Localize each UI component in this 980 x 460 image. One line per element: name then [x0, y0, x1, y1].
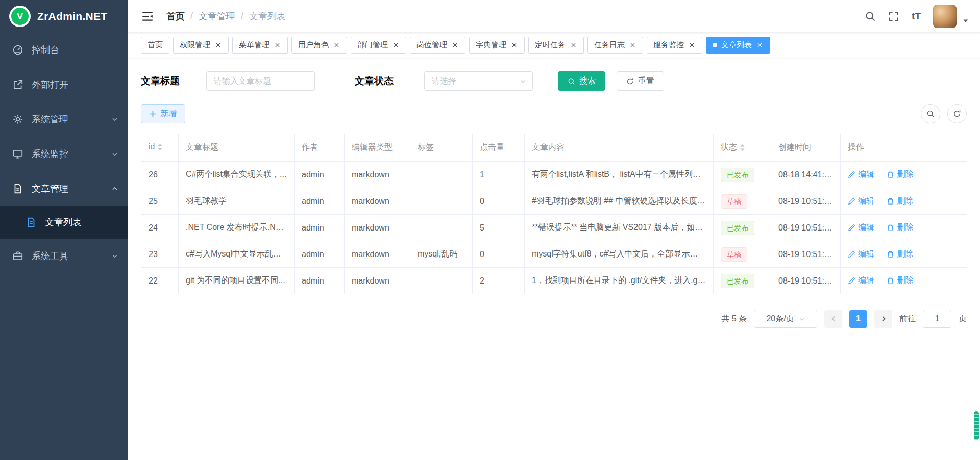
tab-task-log[interactable]: 任务日志	[587, 37, 643, 54]
cell-content: **错误提示** 当电脑更新 VS2017 版本后，如果...	[525, 215, 714, 241]
close-icon[interactable]	[214, 41, 222, 49]
cell-author: admin	[295, 268, 345, 294]
tab-user-role[interactable]: 用户角色	[291, 37, 347, 54]
search-button[interactable]: 搜索	[558, 71, 605, 91]
article-table: id 文章标题 作者 编辑器类型 标签 点击量 文章内容 状态 创建时间 操作	[141, 134, 967, 294]
page-content: 文章标题 文章状态 请选择 搜索 重置 新增	[128, 58, 980, 460]
close-icon[interactable]	[333, 41, 340, 49]
cell-content: 有两个list,listA 和listB， listA中有三个属性列为St...	[525, 162, 714, 188]
cell-tags	[410, 215, 473, 241]
dashboard-icon	[12, 44, 23, 56]
cell-created: 08-19 10:51:22	[771, 268, 841, 294]
breadcrumb-article-management[interactable]: 文章管理	[199, 10, 235, 22]
tab-article-list[interactable]: 文章列表	[706, 37, 770, 54]
sidebar-item-dashboard[interactable]: 控制台	[0, 33, 128, 67]
tab-department[interactable]: 部门管理	[351, 37, 406, 54]
chevron-down-icon	[111, 116, 118, 123]
cell-content: #羽毛球拍参数说明 ## 中管软硬选择以及长度介...	[525, 188, 714, 215]
cell-status: 已发布	[714, 215, 771, 241]
tab-menu-management[interactable]: 菜单管理	[232, 37, 288, 54]
table-row: 25 羽毛球教学 admin markdown 0 #羽毛球拍参数说明 ## 中…	[141, 188, 967, 215]
search-form: 文章标题 文章状态 请选择 搜索 重置	[141, 71, 967, 91]
close-icon[interactable]	[570, 41, 577, 49]
active-dot	[713, 43, 717, 47]
sidebar-item-system-monitor[interactable]: 系统监控	[0, 137, 128, 171]
col-title: 文章标题	[179, 134, 295, 162]
delete-button[interactable]: 删除	[887, 275, 913, 286]
edit-button[interactable]: 编辑	[848, 169, 874, 180]
edit-button[interactable]: 编辑	[848, 275, 874, 286]
close-icon[interactable]	[510, 41, 518, 49]
col-id[interactable]: id	[141, 134, 179, 162]
goto-page-input[interactable]	[923, 310, 951, 328]
tab-permission[interactable]: 权限管理	[173, 37, 229, 54]
fullscreen-icon[interactable]	[888, 11, 899, 22]
page-1-button[interactable]: 1	[849, 310, 867, 328]
col-tags: 标签	[410, 134, 473, 162]
chevron-down-icon[interactable]	[963, 18, 969, 24]
article-status-select[interactable]: 请选择	[424, 71, 533, 91]
table-row: 23 c#写入Mysql中文显示乱码 ... admin markdown my…	[141, 241, 967, 268]
close-icon[interactable]	[451, 41, 459, 49]
tab-post[interactable]: 岗位管理	[410, 37, 465, 54]
col-author: 作者	[295, 134, 345, 162]
scrollbar-thumb[interactable]	[974, 411, 979, 440]
tab-dictionary[interactable]: 字典管理	[469, 37, 525, 54]
sidebar-item-article-management[interactable]: 文章管理	[0, 171, 128, 206]
close-icon[interactable]	[688, 41, 696, 49]
delete-button[interactable]: 删除	[887, 196, 913, 207]
cell-clicks: 0	[473, 241, 525, 268]
add-button[interactable]: 新增	[141, 104, 185, 123]
edit-button[interactable]: 编辑	[848, 222, 874, 233]
sort-caret-icon[interactable]	[157, 143, 163, 153]
prev-page-button[interactable]	[824, 310, 842, 328]
article-title-input[interactable]	[206, 71, 315, 91]
search-icon[interactable]	[865, 11, 876, 22]
sidebar-item-system-tools[interactable]: 系统工具	[0, 239, 128, 273]
tab-scheduled-task[interactable]: 定时任务	[528, 37, 584, 54]
page-size-select[interactable]: 20条/页	[754, 310, 817, 328]
tab-home[interactable]: 首页	[141, 37, 169, 54]
delete-button[interactable]: 删除	[887, 249, 913, 260]
toggle-search-button[interactable]	[921, 104, 940, 123]
cell-content: 1，找到项目所在目录下的 .git/文件夹，进入.git/...	[525, 268, 714, 294]
close-icon[interactable]	[274, 41, 281, 49]
edit-button[interactable]: 编辑	[848, 249, 874, 260]
chevron-down-icon	[520, 78, 526, 85]
breadcrumb-home[interactable]: 首页	[166, 10, 185, 22]
menu-fold-icon[interactable]	[141, 10, 154, 23]
refresh-button[interactable]	[947, 104, 967, 123]
app-root: V ZrAdmin.NET 控制台 外部打开 系统管理 系统监控 文章管理	[0, 0, 980, 460]
chevron-down-icon	[111, 252, 118, 260]
cell-status: 已发布	[714, 268, 771, 294]
status-badge: 已发布	[721, 274, 754, 288]
cell-editor: markdown	[345, 188, 410, 215]
article-title-label: 文章标题	[141, 74, 180, 88]
col-status[interactable]: 状态	[714, 134, 771, 162]
cell-tags	[410, 188, 473, 215]
breadcrumb: 首页 / 文章管理 / 文章列表	[166, 10, 286, 22]
logo-icon: V	[9, 6, 31, 27]
delete-button[interactable]: 删除	[887, 169, 913, 180]
reset-button[interactable]: 重置	[617, 71, 664, 91]
edit-button[interactable]: 编辑	[848, 196, 874, 207]
sort-caret-icon[interactable]	[740, 144, 745, 154]
close-icon[interactable]	[392, 41, 400, 49]
next-page-button[interactable]	[874, 310, 892, 328]
article-management-submenu: 文章列表	[0, 206, 128, 239]
cell-tags	[410, 162, 473, 188]
pagination: 共 5 条 20条/页 1 前往 页	[141, 310, 967, 328]
close-icon[interactable]	[629, 41, 636, 49]
table-row: 26 C#两个list集合实现关联，... admin markdown 1 有…	[141, 162, 967, 188]
table-tools	[921, 104, 967, 123]
sidebar-item-system-management[interactable]: 系统管理	[0, 102, 128, 137]
sidebar-item-article-list[interactable]: 文章列表	[0, 206, 128, 239]
avatar[interactable]	[933, 5, 957, 28]
delete-button[interactable]: 删除	[887, 222, 913, 233]
sidebar-item-external-link[interactable]: 外部打开	[0, 67, 128, 102]
col-clicks: 点击量	[473, 134, 525, 162]
font-size-icon[interactable]: tT	[912, 11, 921, 22]
logo[interactable]: V ZrAdmin.NET	[0, 0, 128, 33]
tab-service-monitor[interactable]: 服务监控	[647, 37, 702, 54]
close-icon[interactable]	[756, 41, 764, 49]
